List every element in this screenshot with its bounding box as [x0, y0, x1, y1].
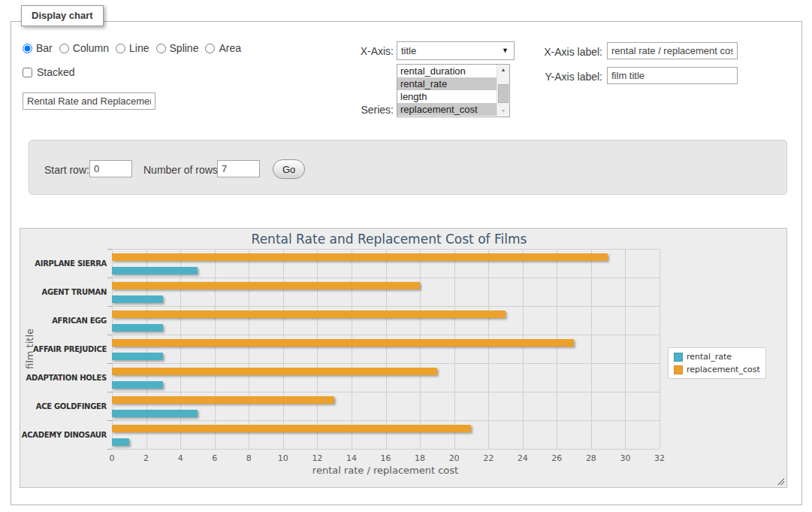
- y-axis-tick: [107, 306, 112, 307]
- y-axis-tick: [107, 420, 112, 421]
- category-label: AFFAIR PREJUDICE: [20, 335, 107, 363]
- gridline-vertical: [625, 249, 626, 449]
- bar-replacement_cost[interactable]: [112, 425, 471, 432]
- gridline-horizontal: [112, 420, 660, 421]
- x-axis-tick-label: 32: [654, 453, 665, 463]
- chart-type-option-spline: Spline: [156, 42, 199, 54]
- gridline-vertical: [454, 249, 455, 449]
- bar-replacement_cost[interactable]: [112, 368, 437, 375]
- gridline-horizontal: [112, 277, 660, 278]
- scrollbar-thumb[interactable]: [498, 84, 509, 103]
- x-axis-tick-label: 6: [212, 453, 217, 463]
- x-axis-tick-label: 10: [278, 453, 288, 463]
- x-axis-label-field-text: X-Axis label:: [539, 46, 602, 58]
- x-axis-tick-label: 2: [143, 453, 149, 463]
- bar-rental_rate[interactable]: [112, 381, 163, 389]
- y-axis-label-input[interactable]: [607, 67, 738, 84]
- y-axis-label-field-text: Y-Axis label:: [539, 71, 602, 83]
- stacked-label: Stacked: [37, 66, 75, 78]
- start-row-input[interactable]: [89, 160, 132, 177]
- chart-type-radio-spline[interactable]: [156, 44, 166, 53]
- y-axis-tick: [107, 335, 112, 335]
- series-option-length[interactable]: length: [397, 90, 497, 103]
- gridline-vertical: [660, 249, 660, 449]
- bar-rental_rate[interactable]: [112, 410, 198, 417]
- x-axis-tick-label: 8: [246, 453, 252, 463]
- series-option-replacement_cost[interactable]: replacement_cost: [397, 103, 497, 116]
- start-row-label: Start row:: [44, 164, 89, 176]
- category-label: AGENT TRUMAN: [20, 277, 107, 306]
- bar-rental_rate[interactable]: [112, 438, 129, 446]
- x-axis-tick-label: 26: [551, 453, 562, 463]
- legend-swatch: [674, 353, 683, 362]
- chart-type-radio-area[interactable]: [205, 44, 215, 53]
- bar-rental_rate[interactable]: [112, 295, 163, 303]
- legend-item-replacement_cost[interactable]: replacement_cost: [674, 365, 760, 374]
- chart-x-axis-title: rental rate / replacement cost: [312, 465, 458, 476]
- chart-type-radio-group: BarColumnLineSplineArea: [23, 42, 248, 54]
- gridline-vertical: [317, 249, 318, 449]
- chart-type-option-label: Spline: [170, 42, 199, 54]
- chart-type-radio-bar[interactable]: [23, 44, 32, 53]
- x-axis-tick-label: 0: [110, 453, 115, 463]
- chart-type-option-column: Column: [59, 42, 109, 54]
- gridline-vertical: [112, 249, 113, 449]
- category-label: ACADEMY DINOSAUR: [20, 420, 107, 449]
- series-option-rental_rate[interactable]: rental_rate: [397, 77, 497, 90]
- chart-title-input[interactable]: [23, 92, 155, 110]
- series-option-rental_duration[interactable]: rental_duration: [397, 65, 497, 77]
- gridline-vertical: [249, 249, 249, 449]
- fieldset-legend: Display chart: [21, 5, 104, 26]
- bar-rental_rate[interactable]: [112, 267, 198, 274]
- bar-replacement_cost[interactable]: [112, 339, 574, 347]
- y-axis-tick: [107, 392, 112, 392]
- bar-rental_rate[interactable]: [112, 324, 163, 332]
- x-axis-tick-label: 28: [586, 453, 596, 463]
- bar-replacement_cost[interactable]: [112, 311, 506, 318]
- legend-label: replacement_cost: [687, 365, 760, 374]
- category-label: AFRICAN EGG: [20, 306, 107, 335]
- x-axis-label-input[interactable]: [607, 42, 738, 59]
- resize-handle-icon[interactable]: [776, 477, 784, 485]
- bar-rental_rate[interactable]: [112, 353, 163, 360]
- x-axis-tick-label: 4: [178, 453, 183, 463]
- category-label: ADAPTATION HOLES: [20, 363, 107, 392]
- gridline-horizontal: [112, 392, 660, 392]
- chart-type-radio-line[interactable]: [116, 44, 125, 53]
- chevron-down-icon: ▼: [502, 42, 509, 59]
- x-axis-tick-label: 14: [346, 453, 357, 463]
- category-label: ACE GOLDFINGER: [20, 392, 107, 420]
- chart-container: Rental Rate and Replacement Cost of Film…: [20, 228, 787, 488]
- gridline-horizontal: [112, 363, 660, 364]
- row-range-panel: Start row: Number of rows: Go: [29, 140, 787, 195]
- x-axis-label-text: X-Axis:: [331, 45, 394, 57]
- gridline-vertical: [146, 249, 147, 449]
- num-rows-input[interactable]: [217, 160, 260, 177]
- x-axis-tick-label: 20: [449, 453, 460, 463]
- chart-type-option-label: Line: [129, 42, 149, 54]
- y-axis-tick: [107, 277, 112, 278]
- gridline-vertical: [386, 249, 387, 449]
- x-axis-tick-label: 16: [381, 453, 391, 463]
- chart-type-option-bar: Bar: [23, 42, 53, 54]
- scroll-down-icon[interactable]: ▼: [497, 106, 509, 117]
- go-button[interactable]: Go: [273, 159, 305, 179]
- gridline-vertical: [591, 249, 592, 449]
- x-axis-select[interactable]: title ▼: [397, 41, 515, 60]
- gridline-horizontal: [112, 306, 660, 307]
- bar-replacement_cost[interactable]: [112, 253, 608, 261]
- chart-type-option-area: Area: [205, 42, 241, 54]
- gridline-vertical: [180, 249, 181, 449]
- bar-replacement_cost[interactable]: [112, 396, 334, 404]
- stacked-checkbox[interactable]: [23, 68, 32, 77]
- gridline-horizontal: [112, 449, 660, 450]
- chart-type-radio-column[interactable]: [59, 44, 69, 53]
- chart-plot-area: [112, 249, 660, 449]
- series-listbox[interactable]: rental_durationrental_ratelengthreplacem…: [397, 64, 510, 117]
- scroll-up-icon[interactable]: ▲: [497, 65, 509, 75]
- x-axis-tick-label: 30: [620, 453, 630, 463]
- gridline-vertical: [283, 249, 284, 449]
- legend-item-rental_rate[interactable]: rental_rate: [674, 352, 760, 362]
- bar-replacement_cost[interactable]: [112, 282, 420, 289]
- series-scrollbar[interactable]: ▲ ▼: [497, 65, 509, 117]
